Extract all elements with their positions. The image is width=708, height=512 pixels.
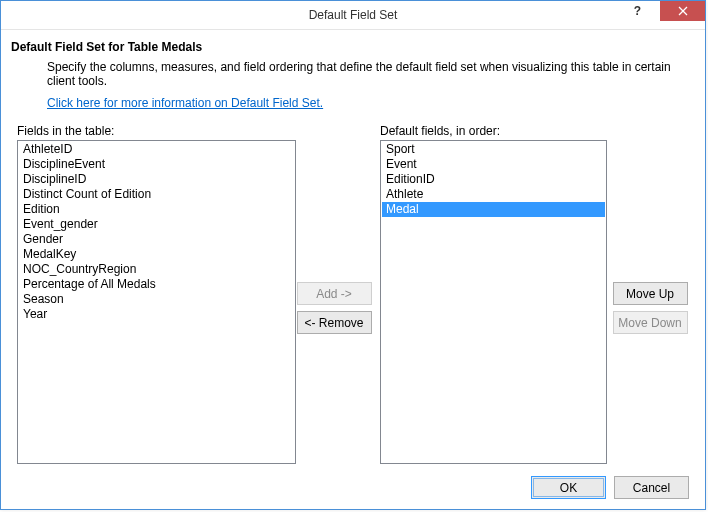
main-row: Fields in the table: AthleteIDDiscipline… <box>11 124 695 464</box>
dialog-footer: OK Cancel <box>11 472 695 499</box>
list-item[interactable]: DisciplineEvent <box>19 157 294 172</box>
ok-button[interactable]: OK <box>531 476 606 499</box>
list-item[interactable]: Percentage of All Medals <box>19 277 294 292</box>
list-item[interactable]: Edition <box>19 202 294 217</box>
list-item[interactable]: Event <box>382 157 605 172</box>
left-list-label: Fields in the table: <box>17 124 292 138</box>
window-controls: ? <box>615 1 705 21</box>
move-down-button[interactable]: Move Down <box>613 311 688 334</box>
list-item[interactable]: Athlete <box>382 187 605 202</box>
middle-buttons: Add -> <- Remove <box>292 124 376 464</box>
description-text: Specify the columns, measures, and field… <box>47 60 695 88</box>
list-item[interactable]: AthleteID <box>19 142 294 157</box>
list-item[interactable]: Season <box>19 292 294 307</box>
list-item[interactable]: NOC_CountryRegion <box>19 262 294 277</box>
add-button[interactable]: Add -> <box>297 282 372 305</box>
list-item[interactable]: DisciplineID <box>19 172 294 187</box>
close-button[interactable] <box>660 1 705 21</box>
list-item[interactable]: EditionID <box>382 172 605 187</box>
heading: Default Field Set for Table Medals <box>11 40 695 54</box>
list-item[interactable]: Sport <box>382 142 605 157</box>
list-item[interactable]: Year <box>19 307 294 322</box>
cancel-button[interactable]: Cancel <box>614 476 689 499</box>
more-info-link[interactable]: Click here for more information on Defau… <box>47 96 695 110</box>
default-fields-listbox[interactable]: SportEventEditionIDAthleteMedal <box>380 140 607 464</box>
list-item[interactable]: Distinct Count of Edition <box>19 187 294 202</box>
dialog-window: Default Field Set ? Default Field Set fo… <box>0 0 706 510</box>
right-list-label: Default fields, in order: <box>380 124 603 138</box>
close-icon <box>678 6 688 16</box>
reorder-buttons: Move Up Move Down <box>609 124 691 464</box>
left-column: Fields in the table: AthleteIDDiscipline… <box>17 124 292 464</box>
help-button[interactable]: ? <box>615 1 660 21</box>
table-fields-listbox[interactable]: AthleteIDDisciplineEventDisciplineIDDist… <box>17 140 296 464</box>
right-column: Default fields, in order: SportEventEdit… <box>380 124 603 464</box>
list-item[interactable]: Medal <box>382 202 605 217</box>
list-item[interactable]: Event_gender <box>19 217 294 232</box>
dialog-content: Default Field Set for Table Medals Speci… <box>1 30 705 509</box>
window-title: Default Field Set <box>1 8 705 22</box>
title-bar: Default Field Set ? <box>1 1 705 30</box>
move-up-button[interactable]: Move Up <box>613 282 688 305</box>
remove-button[interactable]: <- Remove <box>297 311 372 334</box>
list-item[interactable]: Gender <box>19 232 294 247</box>
list-item[interactable]: MedalKey <box>19 247 294 262</box>
